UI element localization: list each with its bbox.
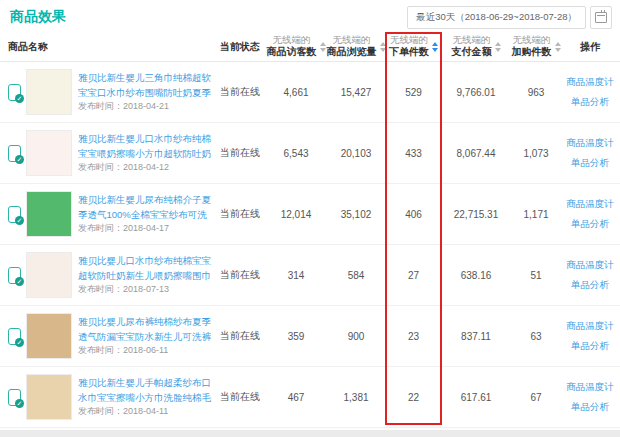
product-info: 雅贝比新生婴儿尿布纯棉介子夏季透气100%全棉宝宝纱布可洗 发布时间：2018-… <box>78 193 212 235</box>
single-item-analysis-link[interactable]: 单品分析 <box>571 96 609 109</box>
topbar: 商品效果 最近30天（2018-06-29~2018-07-28） <box>0 0 620 32</box>
check-badge-icon: ✓ <box>15 399 24 408</box>
col-header-payment-label: 支付金额 <box>452 46 492 59</box>
payment-value: 638.16 <box>441 270 511 281</box>
check-badge-icon: ✓ <box>15 277 24 286</box>
sort-orders-icon[interactable] <box>432 42 438 52</box>
product-thumbnail[interactable] <box>26 130 72 176</box>
cart-adds-value: 51 <box>511 270 561 281</box>
col-header-orders[interactable]: 无线端的 下单件数 <box>386 34 441 58</box>
views-value: 584 <box>326 270 386 281</box>
product-thumbnail[interactable] <box>26 191 72 237</box>
product-info: 雅贝比新生婴儿三角巾纯棉超软宝宝口水巾纱布围嘴防吐奶夏季 发布时间：2018-0… <box>78 71 212 113</box>
product-cell: ✓ 雅贝比新生婴儿口水巾纱布纯棉宝宝喂奶擦嘴小方巾超软防吐奶 发布时间：2018… <box>8 130 214 176</box>
col-header-product: 商品名称 <box>8 40 214 54</box>
payment-value: 837.11 <box>441 331 511 342</box>
ops-cell: 商品温度计 单品分析 <box>561 198 619 231</box>
visitors-value: 4,661 <box>266 87 326 98</box>
sort-payment-icon[interactable] <box>495 42 501 52</box>
product-thermometer-link[interactable]: 商品温度计 <box>566 76 614 89</box>
col-header-views[interactable]: 无线端的 商品浏览量 <box>326 34 386 58</box>
orders-value: 433 <box>386 148 441 159</box>
date-range-selector[interactable]: 最近30天（2018-06-29~2018-07-28） <box>407 6 586 29</box>
calendar-button[interactable] <box>590 6 612 29</box>
publish-date: 发布时间：2018-07-13 <box>78 284 169 294</box>
product-thermometer-link[interactable]: 商品温度计 <box>566 320 614 333</box>
orders-value: 23 <box>386 331 441 342</box>
product-title-link[interactable]: 雅贝比新生婴儿口水巾纱布纯棉宝宝喂奶擦嘴小方巾超软防吐奶 <box>78 132 212 161</box>
sort-views-icon[interactable] <box>380 42 386 52</box>
views-value: 900 <box>326 331 386 342</box>
col-header-ops: 操作 <box>561 40 619 54</box>
product-thumbnail[interactable] <box>26 374 72 420</box>
check-badge-icon: ✓ <box>15 94 24 103</box>
col-header-orders-label: 下单件数 <box>389 46 429 59</box>
publish-date: 发布时间：2018-06-11 <box>78 345 168 355</box>
sort-cart-adds-icon[interactable] <box>555 42 561 52</box>
product-thermometer-link[interactable]: 商品温度计 <box>566 137 614 150</box>
payment-value: 22,715.31 <box>441 209 511 220</box>
single-item-analysis-link[interactable]: 单品分析 <box>571 340 609 353</box>
mobile-online-icon: ✓ <box>8 389 21 406</box>
product-info: 雅贝比婴儿尿布裤纯棉纱布夏季透气防漏宝宝防水新生儿可洗裤 发布时间：2018-0… <box>78 315 212 357</box>
product-thermometer-link[interactable]: 商品温度计 <box>566 381 614 394</box>
product-thermometer-link[interactable]: 商品温度计 <box>566 198 614 211</box>
views-value: 1,381 <box>326 392 386 403</box>
single-item-analysis-link[interactable]: 单品分析 <box>571 279 609 292</box>
col-header-cart-adds-label: 加购件数 <box>512 46 552 59</box>
single-item-analysis-link[interactable]: 单品分析 <box>571 218 609 231</box>
product-title-link[interactable]: 雅贝比新生婴儿手帕超柔纱布口水巾宝宝擦嘴小方巾洗脸纯棉毛 <box>78 376 212 405</box>
sort-visitors-icon[interactable] <box>320 42 326 52</box>
product-title-link[interactable]: 雅贝比婴儿尿布裤纯棉纱布夏季透气防漏宝宝防水新生儿可洗裤 <box>78 315 212 344</box>
product-title-link[interactable]: 雅贝比新生婴儿尿布纯棉介子夏季透气100%全棉宝宝纱布可洗 <box>78 193 212 222</box>
col-header-visitors[interactable]: 无线端的 商品访客数 <box>266 34 326 58</box>
product-cell: ✓ 雅贝比新生婴儿尿布纯棉介子夏季透气100%全棉宝宝纱布可洗 发布时间：201… <box>8 191 214 237</box>
product-thumbnail[interactable] <box>26 313 72 359</box>
table-row: ✓ 雅贝比新生婴儿三角巾纯棉超软宝宝口水巾纱布围嘴防吐奶夏季 发布时间：2018… <box>0 62 620 123</box>
date-range-control: 最近30天（2018-06-29~2018-07-28） <box>407 6 612 29</box>
visitors-value: 6,543 <box>266 148 326 159</box>
product-cell: ✓ 雅贝比婴儿尿布裤纯棉纱布夏季透气防漏宝宝防水新生儿可洗裤 发布时间：2018… <box>8 313 214 359</box>
status-text: 当前在线 <box>214 390 266 404</box>
col-header-visitors-prefix: 无线端的 <box>267 34 317 46</box>
product-cell: ✓ 雅贝比婴儿口水巾纱布纯棉宝宝超软防吐奶新生儿喂奶擦嘴围巾 发布时间：2018… <box>8 252 214 298</box>
product-title-link[interactable]: 雅贝比婴儿口水巾纱布纯棉宝宝超软防吐奶新生儿喂奶擦嘴围巾 <box>78 254 212 283</box>
single-item-analysis-link[interactable]: 单品分析 <box>571 157 609 170</box>
mobile-online-icon: ✓ <box>8 206 21 223</box>
product-thumbnail[interactable] <box>26 69 72 115</box>
visitors-value: 314 <box>266 270 326 281</box>
orders-value: 22 <box>386 392 441 403</box>
col-header-status: 当前状态 <box>214 40 266 54</box>
publish-date: 发布时间：2018-04-12 <box>78 162 169 172</box>
table-header-row: 商品名称 当前状态 无线端的 商品访客数 无线端的 商品浏览量 无线端的 下单件… <box>0 32 620 62</box>
product-info: 雅贝比婴儿口水巾纱布纯棉宝宝超软防吐奶新生儿喂奶擦嘴围巾 发布时间：2018-0… <box>78 254 212 296</box>
status-text: 当前在线 <box>214 146 266 160</box>
views-value: 15,427 <box>326 87 386 98</box>
cart-adds-value: 963 <box>511 87 561 98</box>
ops-cell: 商品温度计 单品分析 <box>561 381 619 414</box>
check-badge-icon: ✓ <box>15 216 24 225</box>
mobile-online-icon: ✓ <box>8 267 21 284</box>
col-header-payment[interactable]: 无线端的 支付金额 <box>441 34 511 58</box>
status-text: 当前在线 <box>214 268 266 282</box>
cart-adds-value: 63 <box>511 331 561 342</box>
product-cell: ✓ 雅贝比新生婴儿三角巾纯棉超软宝宝口水巾纱布围嘴防吐奶夏季 发布时间：2018… <box>8 69 214 115</box>
single-item-analysis-link[interactable]: 单品分析 <box>571 401 609 414</box>
table-row: ✓ 雅贝比婴儿口水巾纱布纯棉宝宝超软防吐奶新生儿喂奶擦嘴围巾 发布时间：2018… <box>0 245 620 306</box>
table-row: ✓ 雅贝比新生婴儿尿布纯棉介子夏季透气100%全棉宝宝纱布可洗 发布时间：201… <box>0 184 620 245</box>
status-text: 当前在线 <box>214 85 266 99</box>
product-info: 雅贝比新生婴儿口水巾纱布纯棉宝宝喂奶擦嘴小方巾超软防吐奶 发布时间：2018-0… <box>78 132 212 174</box>
payment-value: 617.61 <box>441 392 511 403</box>
ops-cell: 商品温度计 单品分析 <box>561 259 619 292</box>
mobile-online-icon: ✓ <box>8 84 21 101</box>
col-header-payment-prefix: 无线端的 <box>452 34 492 46</box>
product-cell: ✓ 雅贝比新生婴儿手帕超柔纱布口水巾宝宝擦嘴小方巾洗脸纯棉毛 发布时间：2018… <box>8 374 214 420</box>
col-header-cart-adds[interactable]: 无线端的 加购件数 <box>511 34 561 58</box>
product-effect-page: 商品效果 最近30天（2018-06-29~2018-07-28） 商品名称 当… <box>0 0 620 430</box>
product-thumbnail[interactable] <box>26 252 72 298</box>
check-badge-icon: ✓ <box>15 155 24 164</box>
views-value: 35,102 <box>326 209 386 220</box>
orders-value: 406 <box>386 209 441 220</box>
product-title-link[interactable]: 雅贝比新生婴儿三角巾纯棉超软宝宝口水巾纱布围嘴防吐奶夏季 <box>78 71 212 100</box>
product-thermometer-link[interactable]: 商品温度计 <box>566 259 614 272</box>
